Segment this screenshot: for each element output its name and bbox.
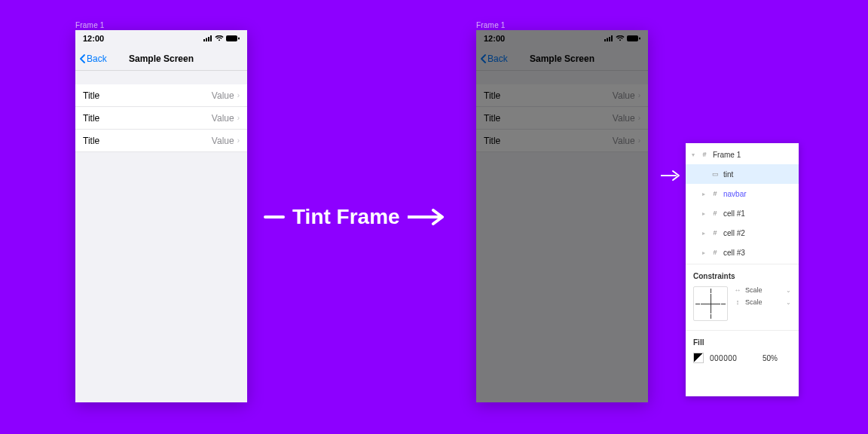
disclosure-icon: ▾ [692,151,696,158]
cell-value: Value› [613,113,640,124]
cell-title: Title [484,90,500,101]
cell-value: Value› [613,136,640,146]
layer-row-frame1[interactable]: ▾ # Frame 1 [686,145,799,164]
layer-label: tint [723,170,733,179]
back-label: Back [487,53,508,64]
cell-title: Title [83,136,99,146]
fill-heading: Fill [693,338,791,347]
layer-row-cell2[interactable]: ▸ # cell #2 [686,223,799,243]
nav-bar: Back Sample Screen [75,47,247,71]
layer-row-cell1[interactable]: ▸ # cell #1 [686,203,799,223]
dash-icon [264,215,285,219]
layers-panel: ▾ # Frame 1 ▭ tint ▸ # navbar ▸ # cell #… [686,143,799,264]
disclosure-icon: ▸ [702,249,707,256]
frame-icon: # [711,249,719,256]
frame-label-left: Frame 1 [75,21,105,29]
cell-value: Value› [212,90,240,101]
status-time: 12:00 [484,34,505,43]
svg-rect-3 [210,35,212,41]
status-bar: 12:00 [476,30,648,47]
signal-icon [604,35,613,41]
nav-bar: Back Sample Screen [476,47,648,71]
fill-section: Fill 000000 50% [686,331,799,372]
cell-value: Value› [212,113,240,124]
frame-icon: # [711,190,719,197]
constraints-heading: Constraints [693,272,791,280]
chevron-right-icon: › [237,91,240,99]
battery-icon [627,35,640,41]
fill-swatch[interactable] [693,353,704,363]
battery-icon [226,35,240,41]
frame-label-right: Frame 1 [476,21,506,29]
fill-hex[interactable]: 000000 [710,354,737,362]
phone-after: 12:00 Back Sample Screen Title Value› Ti… [476,30,648,402]
frame-icon: # [701,151,708,158]
spacer [476,71,648,84]
cell-title: Title [83,113,99,124]
cell-value: Value› [613,90,640,101]
svg-rect-11 [627,35,638,41]
frame-icon: # [711,229,719,237]
layer-label: cell #3 [723,249,745,257]
table-cell[interactable]: Title Value› [476,107,648,130]
layer-row-cell3[interactable]: ▸ # cell #3 [686,243,799,262]
constraints-widget[interactable] [693,286,728,321]
constraint-vertical-select[interactable]: ↕ Scale ⌄ [734,298,791,306]
disclosure-icon: ▸ [702,210,707,217]
cell-title: Title [83,90,99,101]
table-cell[interactable]: Title Value› [476,84,648,107]
inspector-panel: ▾ # Frame 1 ▭ tint ▸ # navbar ▸ # cell #… [686,143,799,396]
tint-frame-text: Tint Frame [292,205,400,229]
status-time: 12:00 [83,34,104,43]
svg-rect-1 [206,38,207,42]
constraint-h-value: Scale [745,286,763,294]
svg-rect-9 [609,37,610,41]
layer-row-navbar[interactable]: ▸ # navbar [686,184,799,203]
chevron-right-icon: › [237,136,240,145]
constraints-section: Constraints ↔ Scale ⌄ ↕ Scale ⌄ [686,264,799,331]
layer-row-tint[interactable]: ▭ tint [686,164,799,184]
fill-opacity[interactable]: 50% [763,354,791,362]
table-cell[interactable]: Title Value› [75,107,247,130]
chevron-right-icon: › [237,114,240,122]
chevron-down-icon: ⌄ [786,287,791,294]
wifi-icon [616,35,625,41]
disclosure-icon: ▸ [702,191,707,197]
svg-rect-8 [607,38,608,42]
status-icons [604,35,640,41]
signal-icon [203,35,212,41]
svg-rect-7 [604,39,606,41]
constraint-horizontal-select[interactable]: ↔ Scale ⌄ [734,286,791,294]
rectangle-icon: ▭ [711,170,719,178]
svg-rect-5 [238,38,240,40]
layer-label: navbar [723,190,747,198]
table-cell[interactable]: Title Value› [476,130,648,152]
tint-frame-label: Tint Frame [264,205,444,229]
layer-label: cell #2 [723,229,745,237]
frame-icon: # [711,209,719,217]
svg-rect-2 [208,37,209,41]
svg-rect-0 [203,39,205,41]
status-icons [203,35,240,41]
wifi-icon [215,35,224,41]
table-cell[interactable]: Title Value› [75,130,247,152]
layer-label: Frame 1 [713,151,741,159]
status-bar: 12:00 [75,30,247,47]
disclosure-icon: ▸ [702,230,707,237]
chevron-right-icon: › [638,136,640,145]
chevron-left-icon [80,54,85,63]
svg-rect-12 [639,38,640,40]
back-button[interactable]: Back [481,53,508,64]
arrow-right-icon [661,170,680,185]
back-button[interactable]: Back [80,53,107,64]
back-label: Back [87,53,107,64]
constraint-v-value: Scale [745,298,763,306]
table-cell[interactable]: Title Value› [75,84,247,107]
arrow-right-icon [408,209,444,225]
cell-value: Value› [212,136,240,146]
horizontal-icon: ↔ [734,286,741,294]
vertical-icon: ↕ [734,298,741,306]
svg-rect-10 [611,35,613,41]
chevron-right-icon: › [638,114,640,122]
phone-before: 12:00 Back Sample Screen Title Value› Ti… [75,30,247,402]
